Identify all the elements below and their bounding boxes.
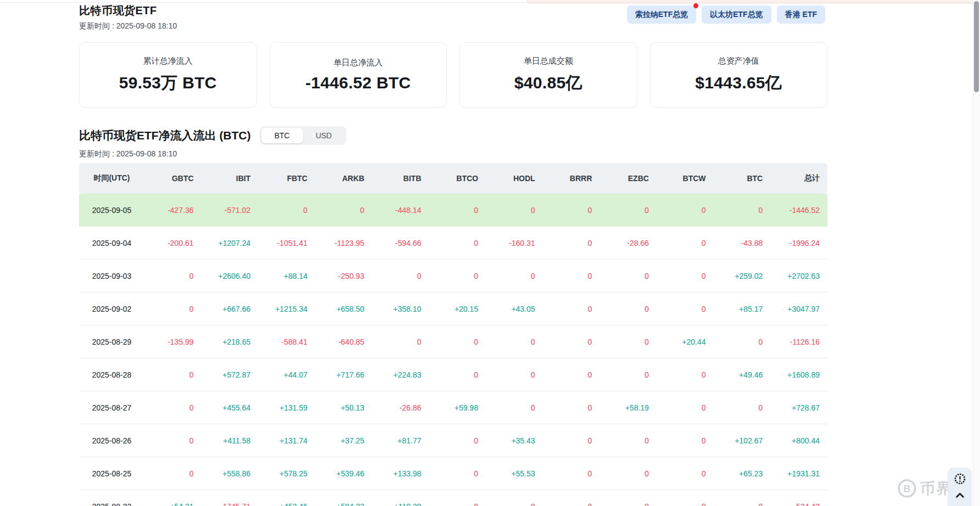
flow-value-cell: 0 (657, 457, 714, 490)
scrollbar-track[interactable] (973, 0, 980, 506)
flow-value-cell: +102.67 (714, 424, 771, 457)
flow-value-cell: 0 (600, 424, 657, 457)
flow-value-cell: 0 (657, 490, 714, 506)
flow-value-cell: +218.65 (201, 325, 259, 358)
flow-value-cell: -571.02 (201, 194, 259, 227)
column-header: ARKB (315, 163, 372, 194)
flow-value-cell: +110.29 (372, 490, 429, 506)
flow-value-cell: 0 (429, 227, 486, 260)
flow-value-cell: 0 (657, 260, 714, 293)
nav-buttons: 索拉纳ETF总览以太坊ETF总览香港 ETF (627, 5, 825, 24)
stat-card-label: 总资产净值 (718, 56, 759, 66)
flow-value-cell: +44.07 (258, 358, 315, 391)
flow-value-cell: 0 (543, 358, 600, 391)
flow-value-cell: +1207.24 (201, 227, 259, 260)
flow-value-cell: 0 (258, 194, 315, 227)
table-row: 2025-08-280+572.87+44.07+717.66+224.8300… (79, 358, 827, 391)
flow-value-cell: +658.50 (315, 293, 372, 325)
nav-button[interactable]: 索拉纳ETF总览 (627, 5, 696, 24)
flow-value-cell: 0 (543, 227, 600, 260)
flow-value-cell: 0 (144, 391, 201, 424)
flow-value-cell: -135.99 (144, 325, 201, 358)
site-logo-icon: B (897, 479, 917, 498)
flow-value-cell: +717.66 (315, 358, 372, 391)
flow-value-cell: +49.46 (714, 358, 771, 391)
date-cell: 2025-08-22 (79, 490, 144, 506)
scrollbar-thumb[interactable] (974, 1, 979, 92)
flow-value-cell: +133.98 (372, 457, 429, 490)
flow-value-cell: 0 (429, 325, 486, 358)
flow-value-cell: -200.61 (144, 227, 201, 260)
flow-value-cell: 0 (315, 194, 372, 227)
flow-value-cell: -1996.24 (770, 227, 827, 260)
unit-toggle: BTCUSD (260, 126, 346, 145)
flow-value-cell: -26.86 (372, 391, 429, 424)
flow-value-cell: 0 (144, 260, 201, 293)
flow-value-cell: 0 (714, 194, 771, 227)
flows-section-title: 比特币现货ETF净流入流出 (BTC) (79, 128, 251, 143)
column-header: HODL (486, 163, 543, 194)
flow-value-cell: 0 (657, 227, 714, 260)
flow-value-cell: -594.66 (372, 227, 429, 260)
flow-value-cell: 0 (144, 293, 201, 325)
date-cell: 2025-08-28 (79, 358, 144, 391)
flow-value-cell: 0 (486, 260, 543, 293)
flow-value-cell: -43.88 (714, 227, 771, 260)
flow-value-cell: 0 (600, 293, 657, 325)
flow-value-cell: +728.67 (770, 391, 827, 424)
nav-button[interactable]: 以太坊ETF总览 (702, 5, 771, 24)
flow-value-cell: -1051.41 (258, 227, 315, 260)
alert-badge-icon[interactable] (953, 472, 967, 486)
flow-value-cell: -28.66 (600, 227, 657, 260)
flow-value-cell: +85.17 (714, 293, 771, 325)
date-cell: 2025-08-27 (79, 391, 144, 424)
column-header: IBIT (201, 163, 259, 194)
flow-value-cell: 0 (543, 490, 600, 506)
flow-value-cell: +539.46 (315, 457, 372, 490)
flow-table: 时间(UTC)GBTCIBITFBTCARKBBITBBTCOHODLBRRRE… (79, 163, 827, 506)
column-header: 时间(UTC) (79, 163, 144, 194)
table-body: 2025-09-05-427.36-571.0200-448.14000000-… (79, 194, 827, 506)
flow-value-cell: 0 (600, 457, 657, 490)
stat-cards: 累计总净流入59.53万 BTC单日总净流入-1446.52 BTC单日总成交额… (79, 42, 827, 108)
toggle-option-usd[interactable]: USD (303, 128, 345, 143)
stat-card-value: $40.85亿 (514, 72, 583, 94)
table-header-row: 时间(UTC)GBTCIBITFBTCARKBBITBBTCOHODLBRRRE… (79, 163, 827, 194)
flow-value-cell: 0 (144, 424, 201, 457)
main-content: 比特币现货ETF 更新时间 : 2025-09-08 18:10 索拉纳ETF总… (79, 0, 827, 506)
flow-value-cell: 0 (714, 490, 771, 506)
flow-value-cell: +455.64 (201, 391, 259, 424)
table-row: 2025-08-22+54.21-1745.71+452.46+594.32+1… (79, 490, 827, 506)
flow-value-cell: +55.53 (486, 457, 543, 490)
flow-value-cell: 0 (372, 325, 429, 358)
chevron-up-icon[interactable] (955, 492, 965, 498)
date-cell: 2025-08-26 (79, 424, 144, 457)
table-row: 2025-09-030+2606.40+88.14-250.93000000+2… (79, 260, 827, 293)
table-row: 2025-08-260+411.58+131.74+37.25+81.770+3… (79, 424, 827, 457)
notification-dot (693, 3, 698, 8)
flow-value-cell: +37.25 (315, 424, 372, 457)
flow-value-cell: 0 (372, 260, 429, 293)
flow-value-cell: 0 (429, 260, 486, 293)
stat-card-value: 59.53万 BTC (119, 72, 217, 94)
flow-value-cell: 0 (486, 391, 543, 424)
flow-value-cell: 0 (486, 194, 543, 227)
flow-value-cell: -448.14 (372, 194, 429, 227)
flow-value-cell: +800.44 (770, 424, 827, 457)
flow-value-cell: 0 (600, 325, 657, 358)
toggle-option-btc[interactable]: BTC (261, 128, 303, 143)
flow-value-cell: +411.58 (201, 424, 259, 457)
flow-value-cell: +1608.89 (770, 358, 827, 391)
flow-value-cell: +1215.34 (258, 293, 315, 325)
stat-card-value: -1446.52 BTC (305, 74, 411, 92)
flow-value-cell: 0 (543, 325, 600, 358)
flow-value-cell: +88.14 (258, 260, 315, 293)
flow-value-cell: 0 (486, 358, 543, 391)
flow-value-cell: +43.05 (486, 293, 543, 325)
nav-button[interactable]: 香港 ETF (777, 5, 825, 24)
flow-value-cell: +452.46 (258, 490, 315, 506)
flow-value-cell: +50.13 (315, 391, 372, 424)
flow-value-cell: 0 (543, 194, 600, 227)
table-row: 2025-09-020+667.66+1215.34+658.50+358.10… (79, 293, 827, 325)
flow-value-cell: 0 (486, 490, 543, 506)
